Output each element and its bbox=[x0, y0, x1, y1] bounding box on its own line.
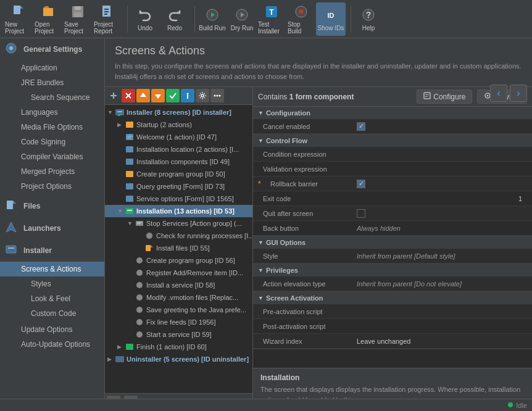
tree-more-button[interactable] bbox=[210, 89, 224, 102]
sidebar-item-application[interactable]: Application bbox=[0, 60, 104, 75]
configure-button[interactable]: Configure bbox=[417, 89, 472, 104]
sidebar-item-merged-projects[interactable]: Merged Projects bbox=[0, 164, 104, 179]
tree-label: Stop Services [Action group] (... bbox=[146, 220, 242, 227]
tree-item-register-add-remove[interactable]: Register Add/Remove item [ID... bbox=[105, 267, 252, 279]
tree-item-installer-root[interactable]: ▼ Installer (8 screens) [ID installer] bbox=[105, 106, 252, 118]
create-pg-icon bbox=[125, 169, 135, 179]
svg-point-33 bbox=[187, 93, 189, 95]
tree-item-create-pg2[interactable]: Create program group [ID 56] bbox=[105, 254, 252, 267]
sidebar-item-search-sequence[interactable]: Search Sequence bbox=[0, 90, 104, 105]
cancel-enabled-checkbox[interactable]: ✓ bbox=[357, 122, 365, 131]
tree-settings-button[interactable] bbox=[196, 89, 209, 102]
sidebar-item-auto-update-options[interactable]: Auto-Update Options bbox=[0, 337, 104, 352]
tree-label: Modify .vmotion files [Replac... bbox=[146, 294, 238, 301]
svg-rect-4 bbox=[75, 6, 81, 10]
open-project-button[interactable]: Open Project bbox=[33, 2, 63, 36]
tree-item-uninstaller[interactable]: ▶ Uninstaller (5 screens) [ID uninstalle… bbox=[105, 353, 252, 365]
tree-item-startup[interactable]: ▶ Startup (2 actions) bbox=[105, 118, 252, 131]
content-body: ▼ Installer (8 screens) [ID installer] ▶ bbox=[105, 87, 532, 411]
svg-point-62 bbox=[136, 294, 143, 301]
svg-marker-32 bbox=[155, 94, 161, 99]
privileges-header[interactable]: ▼ Privileges bbox=[253, 264, 532, 276]
uninstaller-icon bbox=[115, 354, 125, 364]
stop-build-button[interactable]: Stop Build bbox=[286, 2, 316, 36]
tree-item-install-components[interactable]: Installation components [ID 49] bbox=[105, 156, 252, 168]
sidebar-item-launchers[interactable]: Launchers bbox=[0, 217, 104, 239]
undo-button[interactable]: Undo bbox=[130, 2, 160, 36]
gui-options-header[interactable]: ▼ GUI Options bbox=[253, 236, 532, 249]
svg-marker-24 bbox=[6, 222, 16, 232]
test-installer-button[interactable]: T Test Installer bbox=[257, 2, 286, 36]
sidebar-item-code-signing[interactable]: Code Signing bbox=[0, 135, 104, 149]
project-report-button[interactable]: Project Report bbox=[93, 2, 122, 36]
control-flow-header[interactable]: ▼ Control Flow bbox=[253, 135, 532, 147]
sidebar-item-update-options[interactable]: Update Options bbox=[0, 322, 104, 337]
tree-item-service-options[interactable]: Service options [Form] [ID 1565] bbox=[105, 193, 252, 205]
svg-rect-51 bbox=[126, 208, 133, 214]
tree-item-fix-line-feeds[interactable]: Fix line feeds [ID 1956] bbox=[105, 316, 252, 328]
startup-icon bbox=[125, 120, 135, 130]
redo-button[interactable]: Redo bbox=[160, 2, 189, 36]
tree-info-button[interactable] bbox=[181, 89, 194, 102]
tree-item-install-location[interactable]: Installation location (2 actions) [I... bbox=[105, 143, 252, 156]
dry-run-button[interactable]: Dry Run bbox=[227, 2, 257, 36]
tree-item-modify-vmotion[interactable]: Modify .vmotion files [Replac... bbox=[105, 291, 252, 304]
prop-value: Inherit from parent [Do not elevate] bbox=[357, 280, 527, 288]
tree-item-create-program-group[interactable]: Create program group [ID 50] bbox=[105, 168, 252, 180]
check-running-icon bbox=[144, 231, 154, 241]
tree-item-welcome[interactable]: Welcome (1 action) [ID 47] bbox=[105, 131, 252, 143]
properties-panel: ▼ Configuration Cancel enabled ✓ bbox=[253, 107, 532, 368]
nav-forward-button[interactable]: › bbox=[510, 85, 527, 102]
build-button[interactable]: Build Run bbox=[197, 2, 227, 36]
prop-value[interactable]: ✓ bbox=[357, 180, 527, 188]
sidebar-item-general-settings[interactable]: General Settings bbox=[0, 38, 104, 60]
screen-activation-header[interactable]: ▼ Screen Activation bbox=[253, 292, 532, 304]
tree-check-button[interactable] bbox=[166, 89, 180, 102]
svg-rect-42 bbox=[126, 122, 133, 128]
tree-item-install-files[interactable]: Install files [ID 55] bbox=[105, 242, 252, 254]
sidebar-item-compiler-variables[interactable]: Compiler Variables bbox=[0, 149, 104, 164]
nav-back-button[interactable]: ‹ bbox=[490, 85, 507, 102]
prop-post-activation: Post-activation script bbox=[253, 319, 532, 334]
sidebar-item-media-file-options[interactable]: Media File Options bbox=[0, 120, 104, 135]
tree-item-finish[interactable]: ▶ Finish (1 action) [ID 60] bbox=[105, 341, 252, 353]
prop-value[interactable] bbox=[357, 209, 527, 218]
tree-move-up-button[interactable] bbox=[136, 89, 150, 102]
sidebar-item-files[interactable]: Files bbox=[0, 195, 104, 217]
svg-rect-34 bbox=[187, 95, 188, 99]
prop-label: Wizard index bbox=[258, 338, 357, 345]
tree-item-stop-services[interactable]: ▼ Stop Services [Action group] (... bbox=[105, 217, 252, 230]
svg-point-35 bbox=[201, 94, 204, 97]
sidebar-item-installer[interactable]: Installer bbox=[0, 239, 104, 262]
tree-move-down-button[interactable] bbox=[151, 89, 165, 102]
tree-delete-button[interactable] bbox=[122, 89, 135, 102]
sidebar-item-custom-code[interactable]: Custom Code bbox=[0, 306, 104, 321]
new-project-button[interactable]: New Project bbox=[4, 2, 33, 36]
tree-label: Fix line feeds [ID 1956] bbox=[146, 318, 216, 326]
show-ids-button[interactable]: ID Show IDs bbox=[316, 2, 346, 36]
save-project-button[interactable]: Save Project bbox=[63, 2, 93, 36]
config-section-header[interactable]: ▼ Configuration bbox=[253, 107, 532, 119]
sidebar-item-styles[interactable]: Styles bbox=[0, 276, 104, 291]
control-flow-section: ▼ Control Flow Condition expression Vali… bbox=[253, 135, 532, 236]
welcome-icon bbox=[125, 132, 135, 142]
quit-after-checkbox[interactable] bbox=[357, 209, 365, 218]
toolbar-sep-3 bbox=[351, 6, 351, 33]
sidebar-item-jre-bundles[interactable]: JRE Bundles bbox=[0, 75, 104, 90]
main-area: General Settings Application JRE Bundles… bbox=[0, 38, 532, 411]
help-button[interactable]: ? Help bbox=[354, 2, 383, 36]
svg-rect-26 bbox=[8, 247, 14, 249]
rollback-barrier-checkbox[interactable]: ✓ bbox=[357, 180, 365, 188]
sidebar-item-project-options[interactable]: Project Options bbox=[0, 179, 104, 194]
sidebar-item-screens-actions[interactable]: Screens & Actions bbox=[0, 262, 104, 276]
sidebar-item-look-feel[interactable]: Look & Feel bbox=[0, 291, 104, 306]
tree-item-installation[interactable]: ▼ Installation (13 actions) [ID 53] bbox=[105, 205, 252, 217]
prop-value[interactable]: ✓ bbox=[357, 122, 527, 131]
tree-add-button[interactable] bbox=[107, 89, 120, 102]
tree-item-save-greeting[interactable]: Save greeting to the Java prefe... bbox=[105, 304, 252, 316]
tree-item-install-service[interactable]: Install a service [ID 58] bbox=[105, 279, 252, 291]
tree-item-query-greeting[interactable]: Query greeting [Form] [ID 73] bbox=[105, 180, 252, 193]
sidebar-item-languages[interactable]: Languages bbox=[0, 105, 104, 120]
tree-item-start-service[interactable]: Start a service [ID 59] bbox=[105, 328, 252, 341]
tree-item-check-running[interactable]: Check for running processes [I... bbox=[105, 230, 252, 242]
